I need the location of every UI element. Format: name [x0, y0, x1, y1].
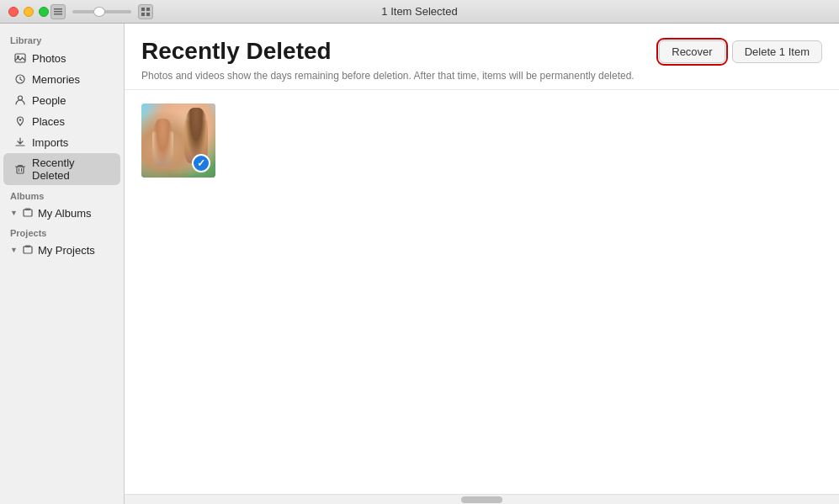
my-albums-label: My Albums — [38, 207, 92, 220]
library-section-label: Library — [0, 30, 124, 47]
imports-label: Imports — [32, 136, 68, 149]
recently-deleted-label: Recently Deleted — [32, 157, 110, 182]
header-left: Recently Deleted Photos and videos show … — [141, 37, 659, 82]
svg-rect-0 — [54, 8, 62, 10]
sidebar-item-my-projects[interactable]: ▼ My Projects — [0, 240, 124, 260]
import-icon — [13, 135, 27, 149]
sidebar-item-imports[interactable]: Imports — [3, 132, 120, 152]
checkmark-icon: ✓ — [197, 157, 205, 169]
photo-icon — [13, 51, 27, 65]
trash-icon — [13, 162, 27, 176]
svg-point-9 — [19, 96, 23, 100]
close-button[interactable] — [8, 7, 19, 17]
window-title: 1 Item Selected — [381, 5, 457, 18]
page-title: Recently Deleted — [141, 37, 659, 66]
svg-point-10 — [19, 119, 21, 120]
svg-rect-5 — [141, 13, 145, 16]
svg-rect-4 — [146, 8, 150, 11]
pin-icon — [13, 114, 27, 128]
delete-button[interactable]: Delete 1 Item — [732, 40, 822, 63]
traffic-lights — [8, 7, 49, 17]
minimize-button[interactable] — [24, 7, 34, 17]
my-albums-chevron: ▼ — [10, 209, 18, 217]
my-projects-chevron: ▼ — [10, 246, 18, 254]
photo-item[interactable]: ✓ — [141, 103, 215, 178]
photos-label: Photos — [32, 52, 66, 65]
sidebar-item-memories[interactable]: Memories — [3, 69, 120, 89]
scrollbar-thumb[interactable] — [461, 496, 502, 503]
header-actions: Recover Delete 1 Item — [659, 37, 822, 63]
svg-rect-6 — [146, 13, 150, 16]
sidebar-item-photos[interactable]: Photos — [3, 48, 120, 68]
svg-rect-14 — [24, 210, 32, 216]
titlebar: 1 Item Selected — [0, 0, 839, 24]
svg-rect-16 — [24, 247, 32, 253]
places-label: Places — [32, 115, 65, 128]
memories-label: Memories — [32, 73, 80, 86]
sidebar-item-my-albums[interactable]: ▼ My Albums — [0, 203, 124, 223]
svg-rect-11 — [17, 167, 24, 173]
people-label: People — [32, 94, 66, 107]
content-area: ✓ — [125, 90, 839, 494]
album-icon — [21, 206, 35, 220]
window-controls — [50, 4, 153, 19]
sidebar-toggle-icon[interactable] — [50, 4, 66, 19]
main-content: Recently Deleted Photos and videos show … — [125, 24, 839, 504]
memory-icon — [13, 72, 27, 86]
page-subtitle: Photos and videos show the days remainin… — [141, 69, 659, 83]
svg-rect-2 — [54, 13, 62, 15]
svg-rect-3 — [141, 8, 145, 11]
photo-grid: ✓ — [141, 103, 822, 178]
content-header: Recently Deleted Photos and videos show … — [125, 24, 839, 90]
svg-rect-7 — [15, 54, 25, 62]
maximize-button[interactable] — [39, 7, 49, 17]
my-projects-label: My Projects — [38, 244, 95, 257]
svg-point-8 — [17, 56, 19, 58]
projects-section-label: Projects — [0, 223, 124, 240]
sidebar-item-recently-deleted[interactable]: Recently Deleted — [3, 153, 120, 185]
grid-toggle-icon[interactable] — [138, 4, 153, 19]
project-icon — [21, 243, 35, 257]
sidebar-item-people[interactable]: People — [3, 90, 120, 110]
sidebar-item-places[interactable]: Places — [3, 111, 120, 131]
person-icon — [13, 93, 27, 107]
svg-rect-1 — [54, 11, 62, 13]
recover-button[interactable]: Recover — [659, 40, 725, 63]
app-body: Library Photos Memories — [0, 24, 839, 504]
sidebar: Library Photos Memories — [0, 24, 125, 504]
albums-section-label: Albums — [0, 186, 124, 203]
scrollbar[interactable] — [125, 494, 839, 504]
